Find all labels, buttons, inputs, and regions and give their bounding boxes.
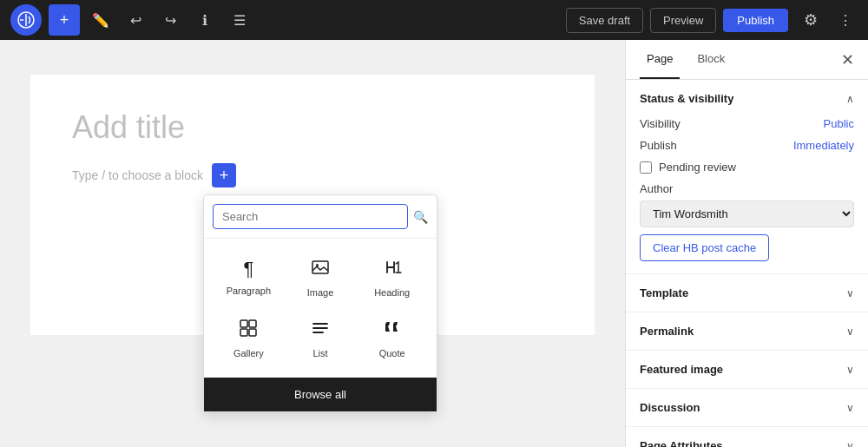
list-view-button[interactable]: ☰ (226, 6, 253, 34)
block-item-image[interactable]: Image (286, 249, 355, 306)
quote-block-label: Quote (379, 348, 405, 358)
template-title: Template (640, 286, 688, 299)
block-grid: ¶ Paragraph (204, 239, 437, 378)
list-block-icon (311, 319, 330, 343)
permalink-header[interactable]: Permalink ∨ (626, 312, 868, 350)
publish-value[interactable]: Immediately (793, 139, 854, 152)
editor-area: Add title Type / to choose a block + 🔍 (0, 40, 625, 447)
section-permalink: Permalink ∨ (626, 312, 868, 351)
publish-row: Publish Immediately (640, 139, 854, 152)
author-section: Author Tim Wordsmith (640, 182, 854, 227)
editor-body-row: Type / to choose a block + 🔍 ¶ (72, 163, 553, 187)
preview-button[interactable]: Preview (650, 8, 716, 33)
status-visibility-chevron-icon: ∧ (846, 93, 854, 105)
inline-add-block-button[interactable]: + (212, 163, 236, 187)
section-featured-image: Featured image ∨ (626, 351, 868, 389)
tab-block[interactable]: Block (690, 40, 732, 79)
block-search-icon-button[interactable]: 🔍 (413, 210, 428, 224)
template-header[interactable]: Template ∨ (626, 274, 868, 312)
info-button[interactable]: ℹ (191, 6, 219, 34)
list-block-label: List (312, 348, 327, 358)
paragraph-block-label: Paragraph (227, 286, 271, 296)
permalink-chevron-icon: ∨ (846, 325, 854, 338)
svg-rect-1 (312, 261, 328, 273)
toolbar: + ✏️ ↩ ↪ ℹ ☰ Save draft Preview Publish … (0, 0, 868, 40)
block-picker-popup: 🔍 ¶ Paragraph (203, 194, 437, 412)
browse-all-button[interactable]: Browse all (204, 378, 437, 411)
discussion-title: Discussion (640, 401, 700, 414)
block-item-quote[interactable]: Quote (358, 310, 426, 367)
save-draft-button[interactable]: Save draft (566, 8, 643, 33)
more-options-button[interactable]: ⋮ (833, 4, 858, 36)
author-label: Author (640, 182, 854, 195)
gallery-block-label: Gallery (233, 348, 264, 358)
pending-review-row: Pending review (640, 161, 854, 174)
pending-review-checkbox[interactable] (640, 161, 652, 174)
svg-rect-5 (240, 329, 247, 336)
author-select[interactable]: Tim Wordsmith (640, 200, 854, 227)
sidebar-close-button[interactable]: ✕ (841, 50, 854, 69)
page-attributes-title: Page Attributes (640, 439, 723, 447)
featured-image-chevron-icon: ∨ (846, 364, 854, 376)
featured-image-title: Featured image (640, 363, 723, 376)
section-page-attributes: Page Attributes ∨ (626, 427, 868, 447)
page-attributes-header[interactable]: Page Attributes ∨ (626, 427, 868, 447)
main-layout: Add title Type / to choose a block + 🔍 (0, 40, 868, 447)
visibility-row: Visibility Public (640, 117, 854, 130)
template-chevron-icon: ∨ (846, 287, 854, 299)
status-visibility-header[interactable]: Status & visibility ∧ (626, 80, 868, 117)
status-visibility-title: Status & visibility (640, 92, 733, 105)
block-picker-wrapper: + 🔍 ¶ Paragraph (212, 163, 236, 187)
heading-block-label: Heading (374, 287, 410, 298)
settings-button[interactable]: ⚙ (795, 4, 826, 36)
clear-cache-button[interactable]: Clear HB post cache (640, 234, 769, 261)
body-placeholder-text: Type / to choose a block (72, 168, 203, 182)
wp-logo[interactable] (10, 4, 42, 36)
block-search-input[interactable] (213, 204, 408, 229)
section-discussion: Discussion ∨ (626, 389, 868, 427)
sidebar: Page Block ✕ Status & visibility ∧ Visib… (625, 40, 868, 447)
permalink-title: Permalink (640, 325, 694, 338)
undo-button[interactable]: ↩ (122, 6, 149, 34)
tab-page[interactable]: Page (640, 40, 680, 79)
redo-button[interactable]: ↪ (156, 6, 184, 34)
image-block-label: Image (307, 287, 334, 298)
visibility-label: Visibility (640, 117, 681, 130)
paragraph-block-icon: ¶ (243, 258, 253, 280)
toolbar-right: Save draft Preview Publish ⚙ ⋮ (566, 4, 858, 36)
add-block-toolbar-button[interactable]: + (49, 4, 80, 36)
svg-rect-6 (249, 329, 256, 336)
section-template: Template ∨ (626, 274, 868, 312)
svg-rect-3 (240, 320, 247, 327)
editor-content: Add title Type / to choose a block + 🔍 (30, 75, 595, 335)
discussion-chevron-icon: ∨ (846, 402, 854, 414)
section-status-visibility: Status & visibility ∧ Visibility Public … (626, 80, 868, 274)
visibility-value[interactable]: Public (824, 117, 854, 130)
svg-rect-4 (249, 320, 256, 327)
featured-image-header[interactable]: Featured image ∨ (626, 351, 868, 388)
sidebar-header: Page Block ✕ (626, 40, 868, 80)
block-item-paragraph[interactable]: ¶ Paragraph (214, 249, 283, 306)
heading-block-icon (383, 258, 402, 282)
edit-mode-button[interactable]: ✏️ (87, 6, 115, 34)
publish-label: Publish (640, 139, 677, 152)
block-item-heading[interactable]: Heading (358, 249, 426, 306)
status-visibility-content: Visibility Public Publish Immediately Pe… (626, 117, 868, 273)
pending-review-label: Pending review (659, 161, 736, 174)
image-block-icon (311, 258, 330, 282)
block-item-list[interactable]: List (286, 310, 355, 367)
gallery-block-icon (239, 319, 258, 343)
editor-title[interactable]: Add title (72, 109, 553, 146)
page-attributes-chevron-icon: ∨ (846, 440, 854, 448)
quote-block-icon (383, 319, 402, 343)
discussion-header[interactable]: Discussion ∨ (626, 389, 868, 426)
block-picker-search-area: 🔍 (204, 195, 437, 239)
publish-button[interactable]: Publish (723, 9, 788, 32)
block-item-gallery[interactable]: Gallery (214, 310, 283, 367)
